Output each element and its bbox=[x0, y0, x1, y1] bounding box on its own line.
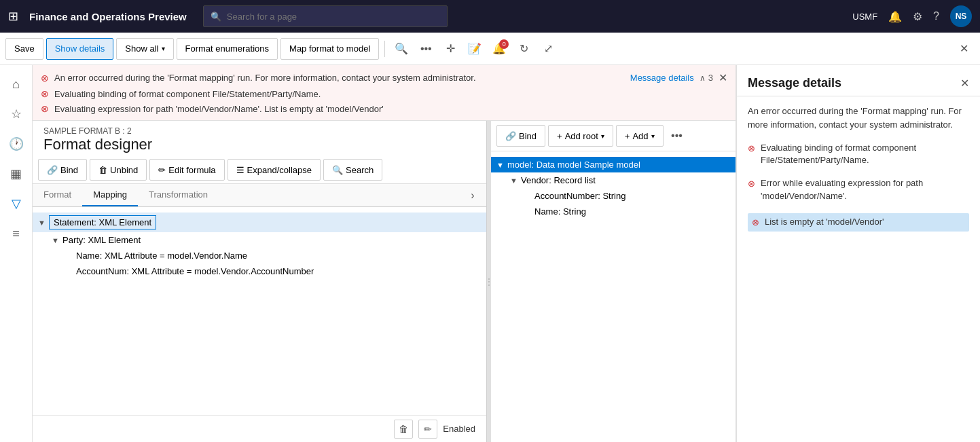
add-root-button[interactable]: + Add root ▾ bbox=[548, 125, 613, 147]
map-format-to-model-button[interactable]: Map format to model bbox=[280, 38, 379, 60]
search-toolbar-icon[interactable]: 🔍 bbox=[391, 38, 412, 60]
search-label: Search bbox=[346, 165, 374, 175]
refresh-icon[interactable]: ↻ bbox=[513, 38, 534, 60]
bind-icon: 🔗 bbox=[47, 165, 58, 175]
tree-item-accountnum[interactable]: ▶ AccountNum: XML Attribute = model.Vend… bbox=[33, 263, 486, 279]
more-options-icon[interactable]: ••• bbox=[415, 38, 437, 60]
statement-label: Statement: XML Element bbox=[49, 215, 156, 229]
formula-icon: ✏ bbox=[158, 165, 166, 175]
help-icon[interactable]: ? bbox=[933, 10, 939, 22]
name-label: Name: XML Attribute = model.Vendor.Name bbox=[76, 251, 247, 261]
add-caret-icon: ▾ bbox=[651, 132, 655, 140]
tab-format[interactable]: Format bbox=[33, 184, 82, 206]
msg-error-text-2: Error while evaluating expression for pa… bbox=[761, 177, 969, 202]
expand-collapse-label: Expand/collapse bbox=[247, 165, 312, 175]
bind-label: Bind bbox=[60, 165, 78, 175]
account-number-label: AccountNumber: String bbox=[534, 191, 625, 201]
avatar[interactable]: NS bbox=[950, 5, 972, 27]
sidebar-workspace-icon[interactable]: ▦ bbox=[3, 160, 30, 187]
unbind-label: Unbind bbox=[110, 165, 138, 175]
mapping-vendor-item[interactable]: ▼ Vendor: Record list bbox=[491, 172, 736, 188]
mapping-bind-label: Bind bbox=[519, 131, 537, 141]
name-mapping-label: Name: String bbox=[534, 206, 586, 217]
statement-expand-icon: ▼ bbox=[38, 219, 49, 227]
tab-transformation[interactable]: Transformation bbox=[138, 184, 219, 206]
message-intro-text: An error occurred during the 'Format map… bbox=[748, 105, 969, 131]
tabs-next-icon[interactable]: › bbox=[462, 185, 484, 206]
message-panel-title: Message details bbox=[748, 76, 841, 90]
error-row-2: ⊗ Evaluating expression for path 'model/… bbox=[41, 101, 727, 116]
mapping-more-icon[interactable]: ••• bbox=[666, 125, 688, 147]
sidebar-favorite-icon[interactable]: ☆ bbox=[3, 100, 30, 128]
add-root-caret-icon: ▾ bbox=[601, 132, 604, 140]
mapping-toolbar: 🔗 Bind + Add root ▾ + Add ▾ ••• bbox=[491, 121, 736, 151]
sidebar-recent-icon[interactable]: 🕐 bbox=[3, 130, 30, 158]
format-enumerations-button[interactable]: Format enumerations bbox=[177, 38, 278, 60]
message-details-link[interactable]: Message details bbox=[630, 73, 694, 83]
banner-close-icon[interactable]: ✕ bbox=[719, 71, 727, 84]
add-label: Add bbox=[632, 131, 648, 141]
error-banner: ⊗ An error occurred during the 'Format m… bbox=[33, 65, 736, 121]
account-label: AccountNum: XML Attribute = model.Vendor… bbox=[76, 266, 314, 276]
error-row-1: ⊗ Evaluating binding of format component… bbox=[41, 86, 727, 101]
main-layout: ⌂ ☆ 🕐 ▦ ▽ ≡ ⊗ An error occurred during t… bbox=[0, 65, 980, 442]
delete-icon-button[interactable]: 🗑 bbox=[394, 420, 413, 439]
mapping-bind-button[interactable]: 🔗 Bind bbox=[496, 125, 545, 147]
grid-icon[interactable]: ⊞ bbox=[8, 9, 18, 24]
mapping-tree-root[interactable]: ▼ model: Data model Sample model bbox=[491, 157, 736, 172]
edit-icon-button[interactable]: ✏ bbox=[418, 420, 437, 439]
sidebar-filter-icon[interactable]: ▽ bbox=[3, 190, 30, 217]
expand-icon[interactable]: ⤢ bbox=[537, 38, 559, 60]
mapping-tree-area: ▼ model: Data model Sample model ▼ Vendo… bbox=[491, 151, 736, 442]
app-title: Finance and Operations Preview bbox=[29, 11, 187, 22]
notes-icon[interactable]: 📝 bbox=[464, 38, 486, 60]
tab-mapping[interactable]: Mapping bbox=[82, 184, 138, 206]
msg-error-text-1: Evaluating binding of format component F… bbox=[761, 142, 969, 166]
show-all-caret-icon: ▾ bbox=[162, 45, 165, 52]
msg-error-icon-2: ⊗ bbox=[748, 178, 755, 190]
edit-formula-button[interactable]: ✏ Edit formula bbox=[149, 159, 224, 181]
settings-icon[interactable]: ⚙ bbox=[913, 10, 922, 23]
search-input[interactable] bbox=[227, 12, 440, 22]
edit-formula-label: Edit formula bbox=[168, 165, 215, 175]
collapse-errors-icon[interactable]: ∧ bbox=[700, 73, 706, 83]
mapping-account-number-item[interactable]: ▶ AccountNumber: String bbox=[491, 188, 736, 204]
expand-collapse-button[interactable]: ☰ Expand/collapse bbox=[228, 159, 321, 181]
tree-item-name[interactable]: ▶ Name: XML Attribute = model.Vendor.Nam… bbox=[33, 248, 486, 263]
message-error-item-2: ⊗ Error while evaluating expression for … bbox=[748, 177, 969, 202]
error-text-1: Evaluating binding of format component F… bbox=[54, 89, 321, 99]
add-root-label: Add root bbox=[565, 131, 598, 141]
error-text-2: Evaluating expression for path 'model/Ve… bbox=[54, 104, 384, 114]
save-button[interactable]: Save bbox=[5, 38, 43, 60]
format-bottom-bar: 🗑 ✏ Enabled bbox=[33, 415, 486, 442]
add-button[interactable]: + Add ▾ bbox=[616, 125, 664, 147]
format-panel-toolbar: 🔗 Bind 🗑 Unbind ✏ Edit formula ☰ Expand/… bbox=[33, 156, 486, 184]
message-panel-body: An error occurred during the 'Format map… bbox=[737, 96, 980, 442]
expand-collapse-icon: ☰ bbox=[236, 165, 244, 175]
alert-badge: 0 bbox=[499, 39, 509, 49]
show-details-button[interactable]: Show details bbox=[46, 38, 114, 60]
search-bar[interactable]: 🔍 bbox=[203, 5, 448, 27]
unbind-button[interactable]: 🗑 Unbind bbox=[90, 159, 147, 181]
notification-icon[interactable]: 🔔 bbox=[888, 10, 902, 23]
close-toolbar-button[interactable]: ✕ bbox=[953, 38, 975, 60]
mapping-name-item[interactable]: ▶ Name: String bbox=[491, 204, 736, 219]
tree-item-party[interactable]: ▼ Party: XML Element bbox=[33, 232, 486, 248]
error-count: 3 bbox=[708, 73, 713, 83]
sidebar-list-icon[interactable]: ≡ bbox=[3, 220, 30, 247]
show-all-button[interactable]: Show all ▾ bbox=[116, 38, 173, 60]
add-root-icon: + bbox=[557, 131, 562, 141]
bind-button[interactable]: 🔗 Bind bbox=[38, 159, 87, 181]
crosshair-icon[interactable]: ✛ bbox=[439, 38, 461, 60]
search-button[interactable]: 🔍 Search bbox=[323, 159, 382, 181]
status-label: Enabled bbox=[443, 424, 475, 434]
content-area: ⊗ An error occurred during the 'Format m… bbox=[33, 65, 736, 442]
message-panel-close-icon[interactable]: ✕ bbox=[960, 77, 969, 90]
panel-subtitle: SAMPLE FORMAT B : 2 bbox=[43, 126, 475, 136]
message-details-panel: Message details ✕ An error occurred duri… bbox=[736, 65, 980, 442]
environment-label: USMF bbox=[852, 12, 877, 22]
tree-item-statement[interactable]: ▼ Statement: XML Element bbox=[33, 213, 486, 232]
vendor-expand-icon: ▼ bbox=[510, 177, 521, 185]
message-error-item-1: ⊗ Evaluating binding of format component… bbox=[748, 142, 969, 166]
sidebar-home-icon[interactable]: ⌂ bbox=[3, 71, 30, 98]
